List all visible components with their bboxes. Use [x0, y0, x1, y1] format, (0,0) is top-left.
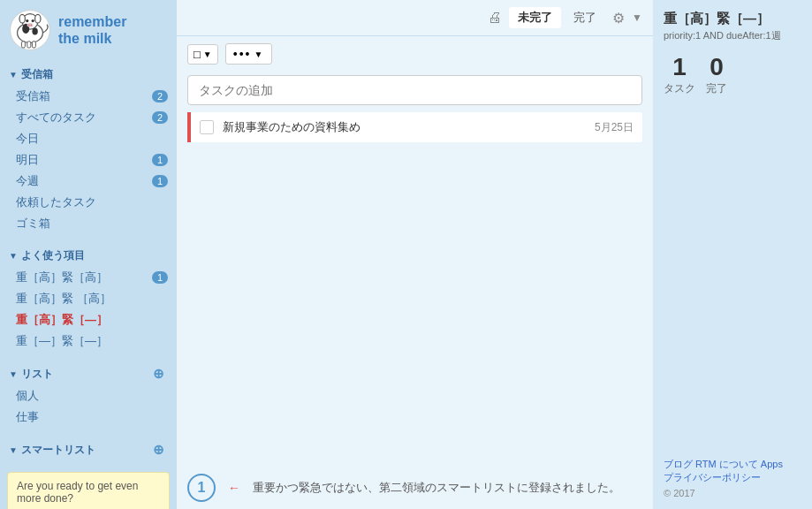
this-week-badge: 1: [152, 175, 168, 187]
stat-tasks: 1 タスク: [664, 53, 695, 96]
sidebar-item-label: 個人: [16, 388, 39, 404]
cow-logo: [9, 9, 51, 51]
sidebar-item-tomorrow[interactable]: 明日 1: [0, 149, 177, 171]
callout-circle: 1: [187, 474, 216, 502]
print-icon[interactable]: 🖨: [488, 10, 502, 26]
svg-point-6: [32, 28, 37, 35]
sidebar-inbox-section: ▼ 受信箱 受信箱 2 すべてのタスク 2 今日 明日 1 今週 1 依頼したタ…: [0, 60, 177, 238]
add-list-button[interactable]: ⊕: [149, 366, 168, 382]
task-checkbox[interactable]: [200, 120, 214, 134]
right-stats: 1 タスク 0 完了: [664, 53, 801, 96]
svg-rect-13: [27, 42, 31, 48]
tab-complete[interactable]: 完了: [565, 7, 605, 28]
sidebar-item-today[interactable]: 今日: [0, 128, 177, 149]
sidebar-item-work[interactable]: 仕事: [0, 406, 177, 428]
footer-links2: プライバシーポリシー: [664, 471, 801, 484]
sidebar-group-inbox[interactable]: ▼ 受信箱: [0, 64, 177, 86]
svg-point-11: [30, 25, 32, 27]
callout-area: 1 ← 重要かつ緊急ではない、第二領域のスマートリストに登録されました。: [177, 467, 653, 509]
logo-text: remember the milk: [58, 13, 126, 47]
task-name: 新規事業のための資料集め: [223, 119, 595, 135]
sidebar-group-lists[interactable]: ▼ リスト ⊕: [0, 362, 177, 385]
sidebar-smartlists-section: ▼ スマートリスト ⊕: [0, 435, 177, 465]
lists-arrow: ▼: [9, 369, 18, 379]
svg-point-8: [32, 19, 34, 22]
sidebar-group-favorites[interactable]: ▼ よく使う項目: [0, 245, 177, 267]
right-panel: 重［高］緊［—］ priority:1 AND dueAfter:1週 1 タス…: [653, 0, 812, 509]
add-task-input[interactable]: [187, 75, 642, 105]
svg-rect-14: [32, 42, 35, 48]
stat-done: 0 完了: [706, 53, 727, 96]
sidebar-item-all-tasks[interactable]: すべてのタスク 2: [0, 107, 177, 128]
sidebar-item-inbox[interactable]: 受信箱 2: [0, 86, 177, 107]
svg-point-7: [26, 19, 28, 22]
svg-point-3: [19, 14, 25, 23]
callout-text: 重要かつ緊急ではない、第二領域のスマートリストに登録されました。: [253, 480, 620, 496]
more-actions-button[interactable]: ••• ▼: [225, 43, 273, 65]
sidebar-item-fav4[interactable]: 重［—］緊［—］: [0, 330, 177, 352]
select-checkbox-dropdown[interactable]: □ ▼: [187, 44, 218, 65]
right-footer: ブログ RTM について Apps プライバシーポリシー © 2017: [664, 458, 801, 498]
footer-link-about[interactable]: RTM について: [695, 459, 758, 469]
sidebar-favorites-section: ▼ よく使う項目 重［高］緊［高］ 1 重［高］緊 ［高］ 重［高］緊［—］ 重…: [0, 241, 177, 355]
footer-link-apps[interactable]: Apps: [761, 459, 783, 469]
sidebar-item-trash[interactable]: ゴミ箱: [0, 213, 177, 234]
inbox-badge: 2: [152, 90, 168, 103]
svg-point-10: [28, 25, 30, 27]
sidebar-item-this-week[interactable]: 今週 1: [0, 171, 177, 192]
add-smartlist-button[interactable]: ⊕: [149, 442, 168, 458]
inbox-arrow: ▼: [9, 70, 18, 80]
sidebar: remember the milk ▼ 受信箱 受信箱 2 すべてのタスク 2 …: [0, 0, 177, 509]
favorites-label: よく使う項目: [21, 248, 85, 263]
upgrade-box: Are you ready to get even more done? Upg…: [7, 472, 170, 509]
sidebar-item-label: 重［—］緊［—］: [16, 333, 108, 349]
task-controls: □ ▼ ••• ▼: [177, 36, 653, 72]
sidebar-item-personal[interactable]: 個人: [0, 385, 177, 406]
sidebar-item-label: 重［高］緊 ［高］: [16, 291, 111, 307]
sidebar-item-label: ゴミ箱: [16, 216, 50, 232]
sidebar-item-label: 今週: [16, 173, 39, 189]
gear-dropdown-arrow[interactable]: ▼: [632, 11, 642, 24]
sidebar-item-fav3[interactable]: 重［高］緊［—］: [0, 309, 177, 330]
sidebar-item-delegated[interactable]: 依頼したタスク: [0, 192, 177, 213]
task-list: 新規事業のための資料集め 5月25日: [177, 112, 653, 467]
done-label: 完了: [706, 81, 727, 96]
svg-rect-12: [21, 42, 25, 48]
all-tasks-badge: 2: [152, 111, 168, 124]
main-content: 🖨 未完了 完了 ⚙ ▼ □ ▼ ••• ▼ 新規事業のための資料集め 5月25…: [177, 0, 653, 509]
sidebar-item-label: すべてのタスク: [16, 110, 96, 125]
footer-link-privacy[interactable]: プライバシーポリシー: [664, 472, 761, 482]
sidebar-item-label: 受信箱: [16, 88, 50, 104]
sidebar-group-smartlists[interactable]: ▼ スマートリスト ⊕: [0, 438, 177, 461]
sidebar-lists-section: ▼ リスト ⊕ 個人 仕事: [0, 359, 177, 431]
favorites-arrow: ▼: [9, 251, 18, 261]
svg-point-9: [27, 23, 33, 27]
footer-links: ブログ RTM について Apps: [664, 458, 801, 471]
status-tabs: 未完了 完了: [509, 7, 605, 28]
tasks-label: タスク: [664, 81, 695, 96]
done-count: 0: [706, 53, 727, 81]
more-dots-icon: •••: [233, 47, 252, 61]
smartlists-label: スマートリスト: [21, 443, 95, 458]
gear-icon[interactable]: ⚙: [612, 10, 625, 27]
svg-point-4: [35, 14, 41, 23]
footer-link-blog[interactable]: ブログ: [664, 459, 693, 469]
add-task-row: [177, 72, 653, 112]
sidebar-item-label: 明日: [16, 152, 39, 168]
right-panel-title: 重［高］緊［—］: [664, 11, 801, 27]
main-toolbar: 🖨 未完了 完了 ⚙ ▼: [177, 0, 653, 36]
sidebar-item-fav1[interactable]: 重［高］緊［高］ 1: [0, 267, 177, 288]
checkbox-arrow-icon: ▼: [203, 49, 212, 59]
upgrade-text: Are you ready to get even more done?: [17, 480, 160, 505]
callout-arrow-icon: ←: [228, 481, 240, 495]
sidebar-item-fav2[interactable]: 重［高］緊 ［高］: [0, 288, 177, 309]
tasks-count: 1: [664, 53, 695, 81]
table-row[interactable]: 新規事業のための資料集め 5月25日: [187, 112, 642, 142]
checkbox-icon: □: [194, 48, 201, 61]
inbox-label: 受信箱: [21, 67, 53, 82]
sidebar-item-label: 重［高］緊［高］: [16, 270, 108, 285]
sidebar-item-label: 重［高］緊［—］: [16, 312, 108, 328]
right-panel-query: priority:1 AND dueAfter:1週: [664, 29, 801, 42]
tab-incomplete[interactable]: 未完了: [509, 7, 561, 28]
task-date: 5月25日: [595, 120, 634, 135]
